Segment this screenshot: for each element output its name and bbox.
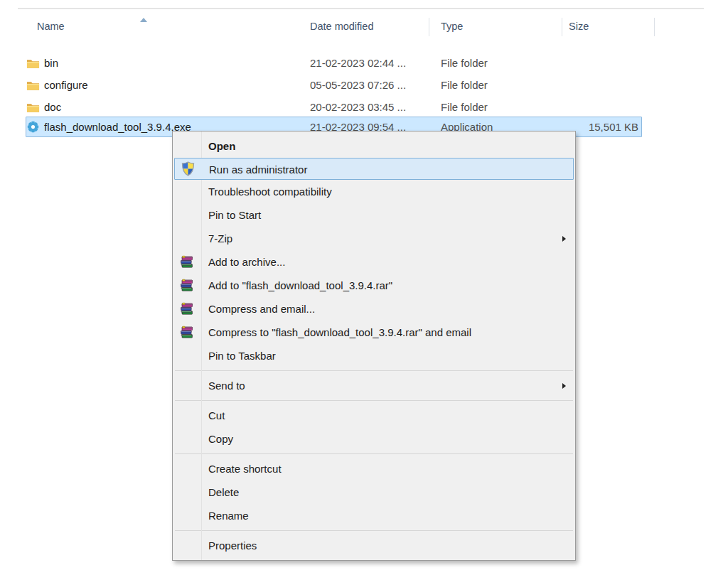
- menu-item-label: Properties: [208, 539, 257, 552]
- file-type: File folder: [441, 52, 488, 74]
- menu-item-add-to-archive[interactable]: Add to archive...: [173, 250, 575, 274]
- folder-icon: [26, 74, 40, 96]
- menu-item-run-as-administrator[interactable]: Run as administrator: [174, 158, 574, 180]
- file-row-doc[interactable]: doc 20-02-2023 03:45 ... File folder: [0, 96, 728, 118]
- menu-item-label: Compress to "flash_download_tool_3.9.4.r…: [208, 326, 471, 338]
- menu-item-add-to-rar[interactable]: Add to "flash_download_tool_3.9.4.rar": [173, 274, 575, 297]
- header-separator[interactable]: [562, 18, 562, 36]
- column-header-type[interactable]: Type: [441, 16, 547, 37]
- menu-separator: [175, 400, 573, 401]
- menu-item-7zip[interactable]: 7-Zip: [173, 227, 575, 250]
- menu-item-label: Troubleshoot compatibility: [208, 186, 332, 198]
- file-date-modified: 20-02-2023 03:45 ...: [310, 96, 406, 118]
- menu-separator: [175, 453, 573, 454]
- menu-item-label: Open: [208, 140, 235, 152]
- file-size: [547, 52, 638, 74]
- menu-separator: [175, 530, 573, 531]
- folder-icon: [26, 96, 40, 118]
- uac-shield-icon: [180, 161, 196, 177]
- header-separator[interactable]: [429, 18, 429, 36]
- file-date-modified: 05-05-2023 07:26 ...: [310, 74, 406, 96]
- context-menu: Open Run as administrator Troubleshoot c…: [172, 131, 576, 561]
- menu-item-label: Add to "flash_download_tool_3.9.4.rar": [208, 279, 392, 291]
- menu-item-copy[interactable]: Copy: [173, 427, 575, 451]
- file-name: configure: [44, 74, 88, 96]
- column-header-name[interactable]: Name: [37, 16, 136, 37]
- submenu-arrow-icon: [562, 236, 566, 242]
- menu-item-troubleshoot-compatibility[interactable]: Troubleshoot compatibility: [173, 180, 575, 203]
- file-size: [547, 96, 638, 118]
- winrar-icon: [179, 301, 195, 317]
- file-row-bin[interactable]: bin 21-02-2023 02:44 ... File folder: [0, 52, 728, 74]
- menu-item-compress-to-rar-and-email[interactable]: Compress to "flash_download_tool_3.9.4.r…: [173, 321, 575, 344]
- menu-item-rename[interactable]: Rename: [173, 504, 575, 527]
- menu-item-properties[interactable]: Properties: [173, 534, 575, 557]
- submenu-arrow-icon: [562, 383, 566, 389]
- application-gear-icon: [26, 117, 40, 137]
- winrar-icon: [179, 325, 195, 340]
- column-header-size[interactable]: Size: [569, 16, 640, 37]
- menu-item-label: Run as administrator: [209, 163, 307, 176]
- file-type: File folder: [441, 96, 488, 118]
- menu-item-label: Rename: [208, 510, 249, 522]
- column-header-date-modified[interactable]: Date modified: [310, 16, 417, 37]
- folder-icon: [26, 52, 40, 74]
- menu-item-label: Cut: [208, 409, 225, 421]
- file-name: bin: [44, 52, 58, 74]
- menu-item-delete[interactable]: Delete: [173, 480, 575, 504]
- menu-item-label: Create shortcut: [208, 463, 282, 475]
- menu-item-label: Compress and email...: [208, 303, 315, 315]
- winrar-icon: [179, 254, 195, 270]
- menu-item-label: Send to: [208, 380, 245, 392]
- menu-item-send-to[interactable]: Send to: [173, 374, 575, 397]
- file-row-configure[interactable]: configure 05-05-2023 07:26 ... File fold…: [0, 74, 728, 96]
- menu-item-label: Add to archive...: [208, 256, 285, 268]
- winrar-icon: [179, 278, 195, 294]
- menu-item-compress-and-email[interactable]: Compress and email...: [173, 297, 575, 321]
- menu-item-label: Pin to Taskbar: [208, 350, 276, 362]
- menu-item-label: Pin to Start: [208, 209, 261, 221]
- menu-item-create-shortcut[interactable]: Create shortcut: [173, 457, 575, 480]
- menu-item-label: Copy: [208, 433, 233, 445]
- file-name: doc: [44, 96, 61, 118]
- menu-separator: [175, 370, 573, 371]
- file-size: [547, 74, 638, 96]
- header-separator[interactable]: [654, 18, 655, 36]
- menu-item-cut[interactable]: Cut: [173, 404, 575, 427]
- menu-item-label: 7-Zip: [208, 232, 232, 244]
- menu-item-pin-to-start[interactable]: Pin to Start: [173, 203, 575, 227]
- menu-item-open[interactable]: Open: [173, 134, 575, 158]
- file-type: File folder: [441, 74, 488, 96]
- file-name: flash_download_tool_3.9.4.exe: [44, 117, 191, 137]
- file-date-modified: 21-02-2023 02:44 ...: [310, 52, 406, 74]
- menu-item-label: Delete: [208, 486, 239, 498]
- top-divider: [18, 8, 704, 9]
- sort-ascending-icon: [140, 18, 147, 22]
- menu-item-pin-to-taskbar[interactable]: Pin to Taskbar: [173, 344, 575, 367]
